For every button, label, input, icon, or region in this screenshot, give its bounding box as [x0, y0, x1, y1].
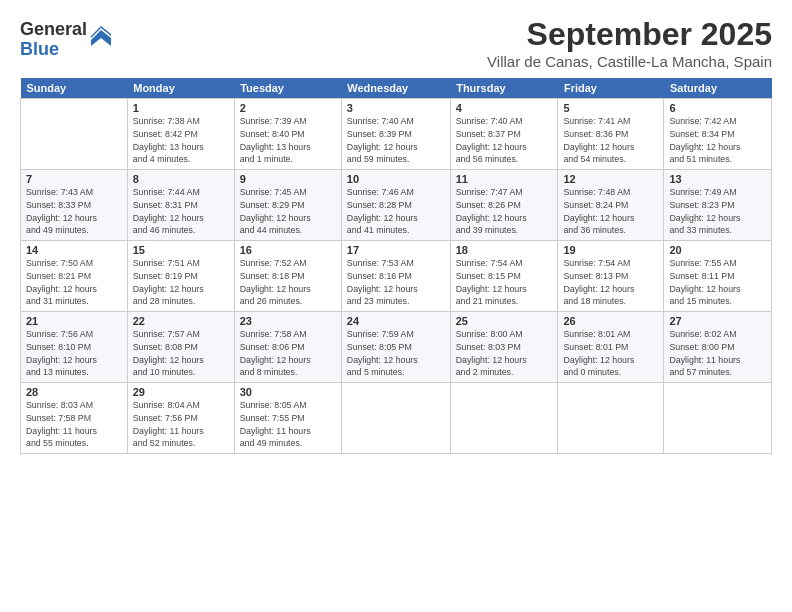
calendar-cell: 6Sunrise: 7:42 AMSunset: 8:34 PMDaylight… [664, 99, 772, 170]
day-number: 22 [133, 315, 229, 327]
calendar-cell: 7Sunrise: 7:43 AMSunset: 8:33 PMDaylight… [21, 170, 128, 241]
day-number: 20 [669, 244, 766, 256]
day-info: Sunrise: 7:50 AMSunset: 8:21 PMDaylight:… [26, 257, 122, 308]
day-info: Sunrise: 7:41 AMSunset: 8:36 PMDaylight:… [563, 115, 658, 166]
day-info: Sunrise: 7:44 AMSunset: 8:31 PMDaylight:… [133, 186, 229, 237]
day-info: Sunrise: 8:00 AMSunset: 8:03 PMDaylight:… [456, 328, 553, 379]
calendar-cell: 28Sunrise: 8:03 AMSunset: 7:58 PMDayligh… [21, 383, 128, 454]
day-number: 16 [240, 244, 336, 256]
weekday-header-wednesday: Wednesday [341, 78, 450, 99]
day-number: 30 [240, 386, 336, 398]
day-info: Sunrise: 7:53 AMSunset: 8:16 PMDaylight:… [347, 257, 445, 308]
day-number: 2 [240, 102, 336, 114]
day-info: Sunrise: 8:04 AMSunset: 7:56 PMDaylight:… [133, 399, 229, 450]
day-info: Sunrise: 7:47 AMSunset: 8:26 PMDaylight:… [456, 186, 553, 237]
day-number: 28 [26, 386, 122, 398]
title-block: September 2025 Villar de Canas, Castille… [487, 16, 772, 70]
day-number: 1 [133, 102, 229, 114]
day-number: 6 [669, 102, 766, 114]
day-info: Sunrise: 7:58 AMSunset: 8:06 PMDaylight:… [240, 328, 336, 379]
header: General Blue September 2025 Villar de Ca… [20, 16, 772, 70]
day-number: 9 [240, 173, 336, 185]
weekday-header-thursday: Thursday [450, 78, 558, 99]
calendar-cell [450, 383, 558, 454]
calendar-cell: 2Sunrise: 7:39 AMSunset: 8:40 PMDaylight… [234, 99, 341, 170]
calendar-cell [341, 383, 450, 454]
weekday-header-saturday: Saturday [664, 78, 772, 99]
day-number: 17 [347, 244, 445, 256]
logo-general: General [20, 20, 87, 40]
day-info: Sunrise: 7:54 AMSunset: 8:13 PMDaylight:… [563, 257, 658, 308]
calendar-cell: 18Sunrise: 7:54 AMSunset: 8:15 PMDayligh… [450, 241, 558, 312]
week-row-1: 7Sunrise: 7:43 AMSunset: 8:33 PMDaylight… [21, 170, 772, 241]
day-info: Sunrise: 8:02 AMSunset: 8:00 PMDaylight:… [669, 328, 766, 379]
day-info: Sunrise: 8:03 AMSunset: 7:58 PMDaylight:… [26, 399, 122, 450]
logo-blue: Blue [20, 40, 87, 60]
day-info: Sunrise: 7:38 AMSunset: 8:42 PMDaylight:… [133, 115, 229, 166]
day-number: 7 [26, 173, 122, 185]
day-info: Sunrise: 7:45 AMSunset: 8:29 PMDaylight:… [240, 186, 336, 237]
location: Villar de Canas, Castille-La Mancha, Spa… [487, 53, 772, 70]
calendar-cell: 1Sunrise: 7:38 AMSunset: 8:42 PMDaylight… [127, 99, 234, 170]
calendar-cell: 16Sunrise: 7:52 AMSunset: 8:18 PMDayligh… [234, 241, 341, 312]
day-number: 15 [133, 244, 229, 256]
calendar-cell: 22Sunrise: 7:57 AMSunset: 8:08 PMDayligh… [127, 312, 234, 383]
calendar-cell: 21Sunrise: 7:56 AMSunset: 8:10 PMDayligh… [21, 312, 128, 383]
day-info: Sunrise: 7:55 AMSunset: 8:11 PMDaylight:… [669, 257, 766, 308]
day-info: Sunrise: 7:39 AMSunset: 8:40 PMDaylight:… [240, 115, 336, 166]
calendar-cell: 9Sunrise: 7:45 AMSunset: 8:29 PMDaylight… [234, 170, 341, 241]
day-number: 24 [347, 315, 445, 327]
day-number: 11 [456, 173, 553, 185]
calendar-cell: 27Sunrise: 8:02 AMSunset: 8:00 PMDayligh… [664, 312, 772, 383]
calendar-cell [21, 99, 128, 170]
weekday-header-monday: Monday [127, 78, 234, 99]
calendar-cell: 25Sunrise: 8:00 AMSunset: 8:03 PMDayligh… [450, 312, 558, 383]
day-info: Sunrise: 7:40 AMSunset: 8:37 PMDaylight:… [456, 115, 553, 166]
calendar-cell: 4Sunrise: 7:40 AMSunset: 8:37 PMDaylight… [450, 99, 558, 170]
calendar-cell: 5Sunrise: 7:41 AMSunset: 8:36 PMDaylight… [558, 99, 664, 170]
calendar-cell [664, 383, 772, 454]
day-info: Sunrise: 7:51 AMSunset: 8:19 PMDaylight:… [133, 257, 229, 308]
weekday-header-row: SundayMondayTuesdayWednesdayThursdayFrid… [21, 78, 772, 99]
day-info: Sunrise: 7:43 AMSunset: 8:33 PMDaylight:… [26, 186, 122, 237]
day-number: 14 [26, 244, 122, 256]
logo-icon [91, 26, 111, 46]
calendar-cell: 15Sunrise: 7:51 AMSunset: 8:19 PMDayligh… [127, 241, 234, 312]
day-info: Sunrise: 7:59 AMSunset: 8:05 PMDaylight:… [347, 328, 445, 379]
day-number: 29 [133, 386, 229, 398]
calendar-cell [558, 383, 664, 454]
day-number: 13 [669, 173, 766, 185]
day-info: Sunrise: 7:54 AMSunset: 8:15 PMDaylight:… [456, 257, 553, 308]
calendar-cell: 23Sunrise: 7:58 AMSunset: 8:06 PMDayligh… [234, 312, 341, 383]
week-row-2: 14Sunrise: 7:50 AMSunset: 8:21 PMDayligh… [21, 241, 772, 312]
calendar-cell: 29Sunrise: 8:04 AMSunset: 7:56 PMDayligh… [127, 383, 234, 454]
weekday-header-tuesday: Tuesday [234, 78, 341, 99]
day-info: Sunrise: 7:56 AMSunset: 8:10 PMDaylight:… [26, 328, 122, 379]
day-info: Sunrise: 7:52 AMSunset: 8:18 PMDaylight:… [240, 257, 336, 308]
day-info: Sunrise: 8:05 AMSunset: 7:55 PMDaylight:… [240, 399, 336, 450]
day-number: 21 [26, 315, 122, 327]
day-info: Sunrise: 7:49 AMSunset: 8:23 PMDaylight:… [669, 186, 766, 237]
page: General Blue September 2025 Villar de Ca… [0, 0, 792, 612]
weekday-header-friday: Friday [558, 78, 664, 99]
day-number: 19 [563, 244, 658, 256]
week-row-0: 1Sunrise: 7:38 AMSunset: 8:42 PMDaylight… [21, 99, 772, 170]
calendar-cell: 12Sunrise: 7:48 AMSunset: 8:24 PMDayligh… [558, 170, 664, 241]
calendar-cell: 26Sunrise: 8:01 AMSunset: 8:01 PMDayligh… [558, 312, 664, 383]
calendar-cell: 24Sunrise: 7:59 AMSunset: 8:05 PMDayligh… [341, 312, 450, 383]
day-number: 5 [563, 102, 658, 114]
day-info: Sunrise: 7:40 AMSunset: 8:39 PMDaylight:… [347, 115, 445, 166]
day-info: Sunrise: 8:01 AMSunset: 8:01 PMDaylight:… [563, 328, 658, 379]
day-number: 18 [456, 244, 553, 256]
calendar-cell: 14Sunrise: 7:50 AMSunset: 8:21 PMDayligh… [21, 241, 128, 312]
day-info: Sunrise: 7:57 AMSunset: 8:08 PMDaylight:… [133, 328, 229, 379]
day-number: 4 [456, 102, 553, 114]
week-row-3: 21Sunrise: 7:56 AMSunset: 8:10 PMDayligh… [21, 312, 772, 383]
day-number: 12 [563, 173, 658, 185]
calendar-table: SundayMondayTuesdayWednesdayThursdayFrid… [20, 78, 772, 454]
calendar-cell: 17Sunrise: 7:53 AMSunset: 8:16 PMDayligh… [341, 241, 450, 312]
day-number: 8 [133, 173, 229, 185]
day-number: 3 [347, 102, 445, 114]
calendar-cell: 30Sunrise: 8:05 AMSunset: 7:55 PMDayligh… [234, 383, 341, 454]
calendar-cell: 11Sunrise: 7:47 AMSunset: 8:26 PMDayligh… [450, 170, 558, 241]
